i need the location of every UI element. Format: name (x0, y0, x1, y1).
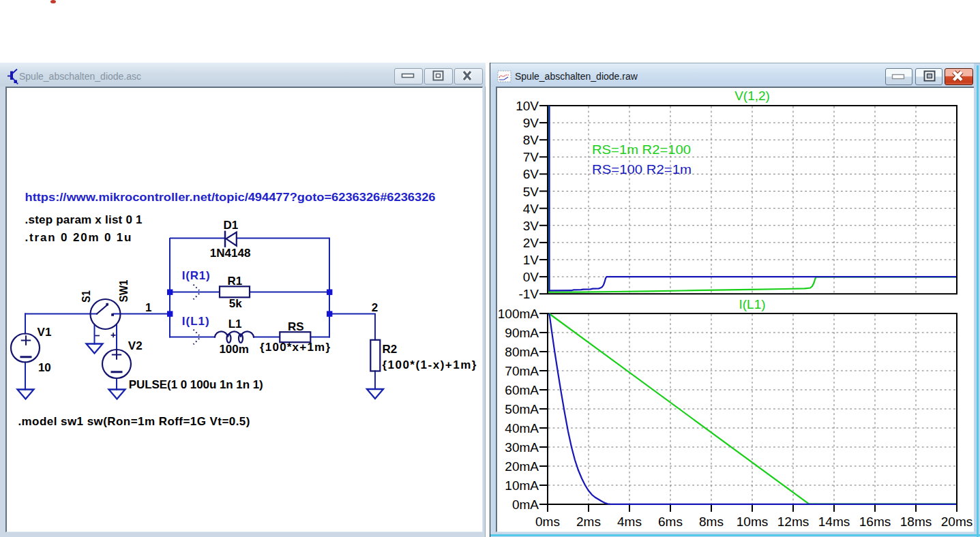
svg-text:20ms: 20ms (941, 515, 972, 529)
svg-text:D1: D1 (224, 219, 239, 232)
svg-text:SW1: SW1 (117, 280, 130, 303)
svg-text:RS=1m R2=100: RS=1m R2=100 (592, 142, 691, 157)
svg-text:6V: 6V (523, 167, 539, 181)
svg-text:I(L1): I(L1) (739, 297, 765, 311)
svg-text:10mA: 10mA (505, 478, 539, 493)
svg-text:I(L1): I(L1) (182, 315, 209, 328)
svg-text:V2: V2 (128, 339, 143, 352)
svg-text:10: 10 (38, 361, 51, 374)
svg-text:V1: V1 (38, 326, 52, 339)
svg-text:20mA: 20mA (505, 459, 539, 474)
svg-text:R2: R2 (382, 343, 397, 356)
svg-text:100m: 100m (219, 343, 248, 356)
svg-text:2V: 2V (523, 236, 539, 250)
svg-text:10V: 10V (516, 99, 539, 113)
svg-text:4ms: 4ms (617, 515, 642, 529)
svg-text:1V: 1V (523, 253, 539, 267)
svg-text:V(1,2): V(1,2) (734, 89, 770, 103)
svg-text:10ms: 10ms (737, 515, 768, 529)
svg-text:90mA: 90mA (505, 326, 539, 340)
svg-text:12ms: 12ms (777, 515, 809, 529)
svg-text:5k: 5k (229, 297, 242, 310)
svg-text:14ms: 14ms (818, 515, 850, 529)
svg-text:40mA: 40mA (505, 421, 539, 435)
svg-text:8ms: 8ms (699, 515, 724, 529)
svg-text:.step param x list 0 1: .step param x list 0 1 (25, 213, 143, 226)
svg-text:1: 1 (145, 301, 151, 314)
svg-text:RS: RS (288, 320, 304, 333)
svg-text:0V: 0V (523, 270, 539, 284)
svg-text:5V: 5V (523, 185, 539, 199)
svg-text:8V: 8V (523, 133, 539, 147)
svg-text:{100*(1-x)+1m}: {100*(1-x)+1m} (382, 358, 476, 371)
svg-text:1N4148: 1N4148 (210, 247, 251, 260)
svg-text:18ms: 18ms (900, 515, 932, 529)
svg-text:L1: L1 (228, 318, 242, 331)
svg-text:7V: 7V (523, 150, 539, 164)
svg-text:50mA: 50mA (505, 402, 539, 416)
svg-text:30mA: 30mA (505, 440, 539, 455)
svg-text:2ms: 2ms (576, 515, 601, 529)
svg-text:100mA: 100mA (498, 307, 539, 321)
svg-text:S1: S1 (80, 290, 93, 303)
svg-text:60mA: 60mA (505, 383, 539, 397)
svg-text:9V: 9V (523, 116, 539, 130)
svg-text:0ms: 0ms (535, 515, 560, 529)
svg-text:2: 2 (372, 301, 378, 314)
svg-text:RS=100 R2=1m: RS=100 R2=1m (592, 162, 692, 177)
svg-text:.tran 0 20m 0 1u: .tran 0 20m 0 1u (25, 231, 132, 244)
svg-text:-1V: -1V (518, 287, 539, 301)
svg-text:PULSE(1 0 100u 1n 1n 1): PULSE(1 0 100u 1n 1n 1) (129, 378, 263, 391)
svg-text:R1: R1 (228, 275, 243, 288)
svg-text:3V: 3V (523, 219, 539, 233)
svg-text:https://www.mikrocontroller.ne: https://www.mikrocontroller.net/topic/49… (25, 191, 436, 204)
svg-text:.model sw1 sw(Ron=1m Roff=1G V: .model sw1 sw(Ron=1m Roff=1G Vt=0.5) (18, 415, 250, 428)
svg-text:16ms: 16ms (859, 515, 891, 529)
svg-text:6ms: 6ms (658, 515, 683, 529)
svg-text:4V: 4V (523, 202, 539, 216)
svg-text:80mA: 80mA (505, 345, 539, 359)
svg-text:0mA: 0mA (512, 497, 539, 512)
svg-text:I(R1): I(R1) (182, 269, 210, 282)
svg-text:{100*x+1m}: {100*x+1m} (260, 341, 330, 354)
svg-text:70mA: 70mA (505, 364, 539, 378)
